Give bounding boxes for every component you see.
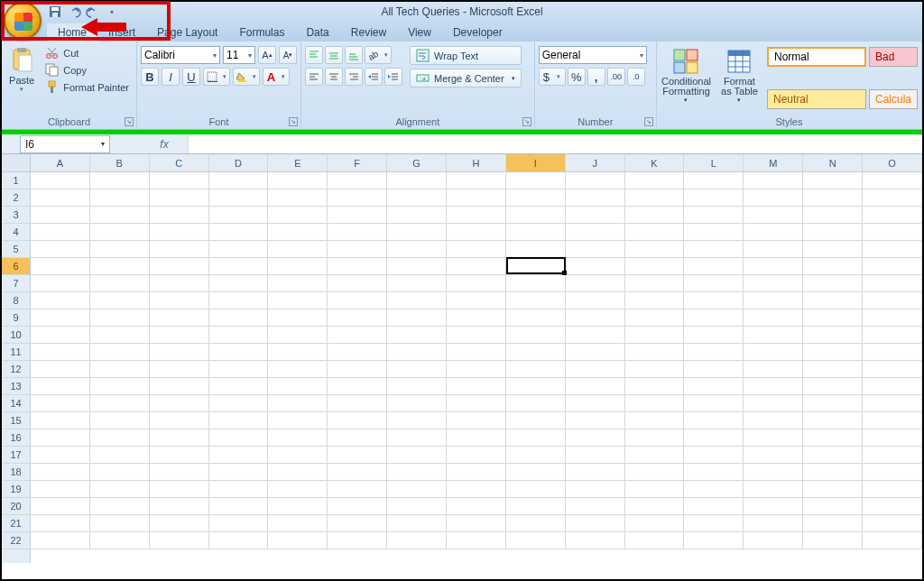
cell-J17[interactable] [566, 447, 625, 464]
cell-O7[interactable] [863, 275, 922, 292]
cell-G19[interactable] [387, 481, 447, 498]
tab-home[interactable]: Home [47, 23, 97, 42]
cell-I5[interactable] [506, 241, 566, 258]
cell-O18[interactable] [863, 464, 922, 481]
cell-H19[interactable] [447, 481, 506, 498]
cell-C5[interactable] [150, 241, 209, 258]
cell-O15[interactable] [863, 412, 922, 429]
tab-view[interactable]: View [397, 23, 442, 42]
cell-E9[interactable] [268, 309, 328, 327]
cell-A16[interactable] [31, 429, 90, 447]
cell-F22[interactable] [328, 532, 387, 549]
cell-D10[interactable] [209, 327, 269, 344]
cell-I4[interactable] [506, 224, 566, 241]
cell-B10[interactable] [90, 327, 150, 344]
cell-G17[interactable] [387, 447, 447, 464]
cell-G2[interactable] [387, 189, 447, 207]
cell-M4[interactable] [744, 224, 803, 241]
cell-I11[interactable] [506, 344, 566, 361]
cut-button[interactable]: Cut [42, 45, 133, 60]
cell-A15[interactable] [31, 412, 90, 429]
cell-E14[interactable] [268, 395, 328, 412]
cell-G20[interactable] [387, 498, 447, 515]
row-header-10[interactable]: 10 [2, 327, 30, 344]
row-header-2[interactable]: 2 [2, 189, 30, 207]
cell-A5[interactable] [31, 241, 90, 258]
cell-I15[interactable] [506, 412, 566, 429]
cell-E1[interactable] [268, 172, 328, 189]
cell-H8[interactable] [447, 292, 506, 309]
cell-N4[interactable] [803, 224, 863, 241]
cell-N19[interactable] [803, 481, 863, 498]
cell-K10[interactable] [625, 327, 685, 344]
cell-J9[interactable] [566, 309, 625, 327]
row-header-11[interactable]: 11 [2, 344, 30, 361]
cell-F21[interactable] [328, 515, 387, 532]
align-top-button[interactable] [305, 46, 323, 64]
cell-K16[interactable] [625, 429, 685, 447]
cell-M16[interactable] [744, 429, 803, 447]
cell-L13[interactable] [684, 378, 744, 395]
cell-N17[interactable] [803, 447, 863, 464]
cell-N8[interactable] [803, 292, 863, 309]
cell-K6[interactable] [625, 258, 685, 275]
col-header-J[interactable]: J [566, 154, 625, 171]
cell-O2[interactable] [863, 189, 922, 207]
cell-C16[interactable] [150, 429, 209, 447]
cell-I6[interactable] [506, 258, 566, 275]
cell-D11[interactable] [209, 344, 269, 361]
number-dialog-launcher[interactable]: ↘ [644, 117, 653, 126]
cell-M13[interactable] [744, 378, 803, 395]
cell-M1[interactable] [744, 172, 803, 189]
cell-G8[interactable] [387, 292, 447, 309]
cell-N5[interactable] [803, 241, 863, 258]
cell-C8[interactable] [150, 292, 209, 309]
qat-save-button[interactable] [47, 4, 63, 20]
cell-C21[interactable] [150, 515, 209, 532]
shrink-font-button[interactable]: A▾ [279, 46, 297, 64]
cell-A1[interactable] [31, 172, 90, 189]
cell-F9[interactable] [328, 309, 387, 327]
cell-G9[interactable] [387, 309, 447, 327]
cell-B11[interactable] [90, 344, 150, 361]
cell-D3[interactable] [209, 207, 269, 224]
cell-H6[interactable] [447, 258, 506, 275]
increase-decimal-button[interactable]: .00 [607, 68, 625, 86]
cell-N13[interactable] [803, 378, 863, 395]
cell-L14[interactable] [684, 395, 744, 412]
cell-G15[interactable] [387, 412, 447, 429]
cell-I2[interactable] [506, 189, 566, 207]
cell-L12[interactable] [684, 361, 744, 378]
cell-A11[interactable] [31, 344, 90, 361]
cell-O13[interactable] [863, 378, 922, 395]
cell-O9[interactable] [863, 309, 922, 327]
cell-F10[interactable] [328, 327, 387, 344]
cell-K22[interactable] [625, 532, 685, 549]
cell-B5[interactable] [90, 241, 150, 258]
comma-button[interactable]: , [587, 68, 605, 86]
cell-I18[interactable] [506, 464, 566, 481]
cell-N6[interactable] [803, 258, 863, 275]
cell-B3[interactable] [90, 207, 150, 224]
cell-L1[interactable] [684, 172, 744, 189]
format-painter-button[interactable]: Format Painter [42, 79, 133, 95]
col-header-A[interactable]: A [31, 154, 90, 171]
cell-B7[interactable] [90, 275, 150, 292]
font-color-button[interactable]: A▾ [263, 68, 290, 86]
cell-F3[interactable] [328, 207, 387, 224]
cell-G6[interactable] [387, 258, 447, 275]
cell-L9[interactable] [684, 309, 744, 327]
cell-D12[interactable] [209, 361, 269, 378]
font-size-combo[interactable]: 11▾ [223, 46, 255, 64]
decrease-decimal-button[interactable]: .0 [627, 68, 645, 86]
cell-H10[interactable] [447, 327, 506, 344]
cell-M18[interactable] [744, 464, 803, 481]
cell-D14[interactable] [209, 395, 269, 412]
cell-H21[interactable] [447, 515, 506, 532]
cell-G10[interactable] [387, 327, 447, 344]
cell-E18[interactable] [268, 464, 328, 481]
cell-K5[interactable] [625, 241, 685, 258]
cell-K18[interactable] [625, 464, 685, 481]
cell-L22[interactable] [684, 532, 744, 549]
cell-D6[interactable] [209, 258, 269, 275]
